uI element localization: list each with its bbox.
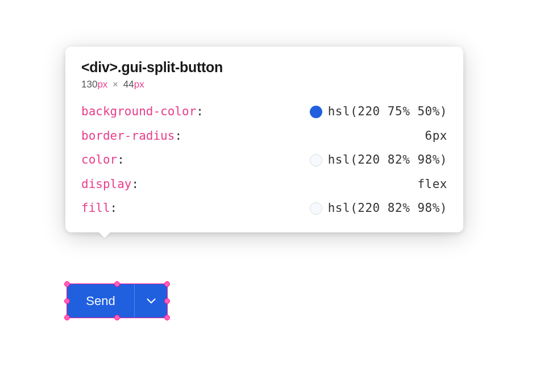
css-property-value: hsl(220 82% 98%) — [328, 151, 447, 169]
send-button-label: Send — [86, 294, 115, 308]
css-property-value: 6px — [425, 127, 447, 145]
dim-height-unit: px — [134, 79, 144, 90]
css-property-value: hsl(220 82% 98%) — [328, 199, 447, 218]
element-class: .gui-split-button — [118, 59, 223, 75]
css-property-value: flex — [417, 176, 447, 194]
devtools-element-tooltip: <div>.gui-split-button 130px × 44px back… — [65, 47, 463, 232]
css-row-border-radius: border-radius: 6px — [81, 127, 447, 145]
element-selector-header: <div>.gui-split-button — [81, 59, 447, 76]
color-swatch-icon — [310, 106, 322, 118]
dim-times: × — [113, 79, 118, 90]
chevron-down-icon — [147, 298, 156, 304]
element-tag: <div> — [81, 59, 118, 75]
css-row-color: color: hsl(220 82% 98%) — [81, 151, 447, 169]
color-swatch-icon — [310, 202, 322, 215]
css-property-name: background-color — [81, 103, 196, 121]
dim-width-num: 130 — [81, 79, 97, 90]
send-button[interactable]: Send — [67, 284, 134, 318]
css-property-value: hsl(220 75% 50%) — [328, 103, 447, 121]
dim-width-unit: px — [97, 79, 107, 90]
css-property-name: color — [81, 151, 117, 169]
inspected-element-container: Send — [67, 284, 167, 318]
split-button-dropdown[interactable] — [134, 284, 167, 318]
css-property-name: fill — [81, 199, 110, 218]
css-row-display: display: flex — [81, 176, 447, 194]
color-swatch-icon — [310, 154, 322, 166]
dim-height-num: 44 — [123, 79, 134, 90]
css-row-fill: fill: hsl(220 82% 98%) — [81, 199, 447, 218]
css-row-background-color: background-color: hsl(220 75% 50%) — [81, 103, 447, 121]
css-property-name: border-radius — [81, 127, 175, 145]
css-property-list: background-color: hsl(220 75% 50%) borde… — [81, 103, 447, 218]
gui-split-button[interactable]: Send — [67, 284, 167, 318]
css-property-name: display — [81, 176, 132, 194]
element-dimensions: 130px × 44px — [81, 79, 447, 90]
